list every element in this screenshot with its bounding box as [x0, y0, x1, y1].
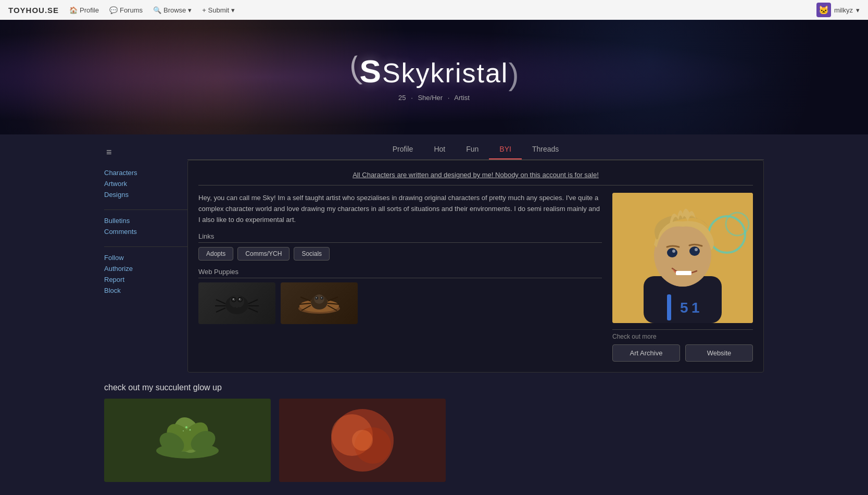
web-puppies-section: Web Puppies [198, 268, 602, 324]
svg-point-35 [658, 234, 708, 287]
svg-point-22 [316, 298, 317, 299]
svg-point-39 [695, 248, 698, 251]
navbar: TOYHOU.SE 🏠 Profile 💬 Forums 🔍 Browse ▾ … [0, 0, 868, 20]
puppies-grid [198, 282, 602, 324]
character-image: 5 1 [612, 193, 753, 323]
svg-point-53 [190, 429, 191, 431]
svg-point-37 [689, 246, 700, 256]
sidebar-item-authorize[interactable]: Authorize [104, 263, 187, 274]
sidebar-item-bulletins[interactable]: Bulletins [104, 215, 187, 226]
avatar: 🐱 [816, 3, 831, 17]
nav-profile[interactable]: 🏠 Profile [69, 6, 99, 14]
sidebar-item-block[interactable]: Block [104, 285, 187, 296]
svg-point-38 [672, 250, 675, 253]
sidebar-item-comments[interactable]: Comments [104, 226, 187, 237]
svg-line-24 [300, 297, 311, 301]
svg-point-7 [239, 299, 240, 300]
bottom-section: check out my succulent glow up [0, 373, 868, 492]
svg-point-23 [321, 298, 322, 299]
link-adopts[interactable]: Adopts [198, 247, 233, 261]
sidebar-section-1: Characters Artwork Designs [104, 167, 187, 200]
svg-point-1 [230, 295, 244, 308]
svg-point-36 [667, 248, 677, 257]
profile-left: Hey, you can call me Sky! Im a self taug… [198, 193, 602, 362]
hero-subtitle: 25 · She/Her · Artist [398, 94, 470, 102]
link-comms[interactable]: Comms/YCH [237, 247, 290, 261]
sidebar-section-3: Follow Authorize Report Block [104, 252, 187, 296]
profile-card: All Characters are written and designed … [187, 160, 764, 373]
puppy-image-2 [281, 282, 358, 324]
svg-point-52 [185, 426, 187, 428]
profile-notice: All Characters are written and designed … [198, 171, 753, 185]
sidebar-item-characters[interactable]: Characters [104, 167, 187, 178]
sidebar-item-follow[interactable]: Follow [104, 252, 187, 263]
tab-threads[interactable]: Threads [522, 140, 569, 159]
bottom-image-2 [279, 399, 446, 482]
svg-text:5: 5 [680, 300, 688, 316]
links-buttons: Adopts Comms/YCH Socials [198, 247, 602, 261]
profile-tabs: Profile Hot Fun BYI Threads [187, 140, 764, 160]
svg-rect-15 [237, 307, 240, 310]
website-button[interactable]: Website [685, 344, 753, 362]
svg-point-54 [183, 430, 184, 431]
bottom-title: check out my succulent glow up [104, 383, 764, 392]
main-container: ≡ Characters Artwork Designs Bulletins C… [0, 134, 868, 373]
sidebar-item-report[interactable]: Report [104, 274, 187, 285]
svg-point-4 [232, 298, 235, 301]
home-icon: 🏠 [69, 6, 78, 14]
site-brand[interactable]: TOYHOU.SE [8, 6, 59, 15]
svg-rect-14 [234, 307, 236, 310]
content-area: Profile Hot Fun BYI Threads All Characte… [187, 134, 764, 373]
art-archive-button[interactable]: Art Archive [612, 344, 680, 362]
svg-rect-40 [676, 271, 691, 275]
browse-chevron-icon: ▾ [188, 6, 192, 14]
svg-line-13 [248, 308, 258, 312]
sidebar-item-artwork[interactable]: Artwork [104, 178, 187, 189]
svg-point-59 [352, 430, 373, 451]
tab-profile[interactable]: Profile [382, 140, 424, 159]
bottom-images [104, 399, 764, 482]
nav-forums[interactable]: 💬 Forums [109, 6, 143, 14]
svg-line-11 [248, 300, 258, 304]
profile-image-section: 5 1 Check out more Art Archive Website [612, 193, 753, 362]
svg-line-27 [328, 297, 338, 301]
svg-line-8 [216, 300, 225, 304]
hero-section: SSkykristal 25 · She/Her · Artist [0, 20, 868, 134]
sidebar-divider-2 [104, 246, 187, 247]
hero-username: SSkykristal [360, 53, 509, 90]
nav-submit[interactable]: + Submit ▾ [202, 6, 235, 14]
links-section: Links Adopts Comms/YCH Socials [198, 232, 602, 261]
sidebar-toggle[interactable]: ≡ [104, 145, 187, 160]
sidebar-item-designs[interactable]: Designs [104, 189, 187, 200]
nav-browse[interactable]: 🔍 Browse ▾ [153, 6, 192, 14]
user-chevron-icon: ▾ [856, 6, 860, 14]
sidebar: ≡ Characters Artwork Designs Bulletins C… [104, 134, 187, 373]
tab-hot[interactable]: Hot [423, 140, 456, 159]
svg-rect-41 [667, 294, 671, 320]
tab-byi[interactable]: BYI [489, 140, 522, 159]
bottom-image-1 [104, 399, 271, 482]
link-socials[interactable]: Socials [294, 247, 330, 261]
web-puppies-label: Web Puppies [198, 268, 602, 278]
user-menu[interactable]: 🐱 milkyz ▾ [816, 3, 860, 17]
tab-fun[interactable]: Fun [456, 140, 489, 159]
search-icon: 🔍 [153, 6, 161, 14]
archive-buttons: Art Archive Website [612, 344, 753, 362]
puppy-image-1 [198, 282, 275, 324]
svg-text:1: 1 [691, 300, 700, 316]
forums-icon: 💬 [109, 6, 118, 14]
sidebar-divider-1 [104, 209, 187, 210]
check-out-more: Check out more [612, 329, 753, 340]
svg-point-5 [238, 298, 242, 301]
submit-chevron-icon: ▾ [231, 6, 235, 14]
svg-point-6 [233, 299, 234, 300]
sidebar-section-2: Bulletins Comments [104, 215, 187, 237]
svg-line-10 [216, 308, 225, 312]
profile-body: Hey, you can call me Sky! Im a self taug… [198, 193, 753, 362]
profile-bio: Hey, you can call me Sky! Im a self taug… [198, 193, 602, 225]
links-label: Links [198, 232, 602, 243]
